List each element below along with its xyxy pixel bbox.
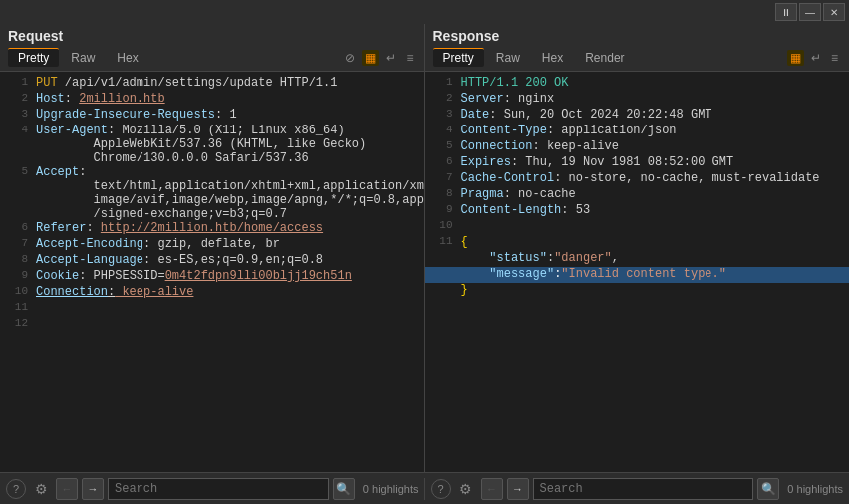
table-row: 6 Referer: http://2million.htb/home/acce… — [0, 221, 424, 237]
newline-icon[interactable]: ↵ — [383, 50, 399, 66]
search-input-right[interactable] — [533, 478, 754, 500]
top-toolbar: ⏸ — ✕ — [0, 0, 849, 24]
tab-response-raw[interactable]: Raw — [486, 49, 530, 67]
response-highlight-icon[interactable]: ▦ — [787, 50, 804, 66]
table-row: 11 { — [425, 235, 850, 251]
help-button-right[interactable]: ? — [431, 479, 451, 499]
request-tab-icons: ⊘ ▦ ↵ ≡ — [342, 50, 416, 66]
menu-icon[interactable]: ≡ — [403, 50, 416, 66]
table-row: 1 HTTP/1.1 200 OK — [425, 76, 850, 92]
highlights-count-right: 0 highlights — [787, 483, 843, 495]
highlight-icon[interactable]: ▦ — [362, 50, 379, 66]
table-row: 7 Cache-Control: no-store, no-cache, mus… — [425, 171, 850, 187]
table-row: 8 Pragma: no-cache — [425, 187, 850, 203]
response-newline-icon[interactable]: ↵ — [808, 50, 824, 66]
tab-response-pretty[interactable]: Pretty — [433, 48, 484, 67]
search-icon-left[interactable]: 🔍 — [333, 478, 355, 500]
tab-request-hex[interactable]: Hex — [107, 49, 147, 67]
table-row: 2 Server: nginx — [425, 92, 850, 108]
tab-request-pretty[interactable]: Pretty — [8, 48, 59, 67]
table-row: } — [425, 283, 850, 299]
back-button-right[interactable]: ← — [481, 478, 503, 500]
table-row: 5 Accept: text/html,application/xhtml+xm… — [0, 165, 424, 221]
request-tabs: Pretty Raw Hex ⊘ ▦ ↵ ≡ — [8, 48, 417, 67]
bottom-toolbar: ? ⚙ ← → 🔍 0 highlights ? ⚙ ← → 🔍 0 highl… — [0, 472, 849, 504]
response-menu-icon[interactable]: ≡ — [828, 50, 841, 66]
table-row: 3 Upgrade-Insecure-Requests: 1 — [0, 108, 424, 124]
highlights-count-left: 0 highlights — [363, 483, 419, 495]
table-row: "message":"Invalid content type." — [425, 267, 850, 283]
table-row: 9 Content-Length: 53 — [425, 203, 850, 219]
response-code-area[interactable]: 1 HTTP/1.1 200 OK 2 Server: nginx 3 Date… — [425, 72, 850, 472]
close-button[interactable]: ✕ — [823, 3, 845, 21]
request-title: Request — [8, 28, 417, 44]
table-row: 8 Accept-Language: es-ES,es;q=0.9,en;q=0… — [0, 253, 424, 269]
table-row: 12 — [0, 317, 424, 333]
no-intercept-icon[interactable]: ⊘ — [342, 50, 358, 66]
response-tabs: Pretty Raw Hex Render ▦ ↵ ≡ — [433, 48, 842, 67]
table-row: 3 Date: Sun, 20 Oct 2024 20:22:48 GMT — [425, 108, 850, 124]
minimize-button[interactable]: — — [799, 3, 821, 21]
forward-button-right[interactable]: → — [507, 478, 529, 500]
main-content: Request Pretty Raw Hex ⊘ ▦ ↵ ≡ 1 PUT /ap… — [0, 24, 849, 472]
table-row: 4 User-Agent: Mozilla/5.0 (X11; Linux x8… — [0, 124, 424, 165]
tab-request-raw[interactable]: Raw — [61, 49, 105, 67]
bottom-panel-left: ? ⚙ ← → 🔍 0 highlights — [0, 478, 425, 500]
settings-button-right[interactable]: ⚙ — [455, 478, 477, 500]
settings-button-left[interactable]: ⚙ — [30, 478, 52, 500]
bottom-panel-right: ? ⚙ ← → 🔍 0 highlights — [425, 478, 850, 500]
help-button-left[interactable]: ? — [6, 479, 26, 499]
response-panel: Response Pretty Raw Hex Render ▦ ↵ ≡ 1 H… — [425, 24, 850, 472]
tab-response-hex[interactable]: Hex — [532, 49, 573, 67]
request-panel: Request Pretty Raw Hex ⊘ ▦ ↵ ≡ 1 PUT /ap… — [0, 24, 425, 472]
search-icon-right[interactable]: 🔍 — [757, 478, 779, 500]
table-row: 6 Expires: Thu, 19 Nov 1981 08:52:00 GMT — [425, 155, 850, 171]
table-row: 11 — [0, 301, 424, 317]
request-code-area[interactable]: 1 PUT /api/v1/admin/settings/update HTTP… — [0, 72, 424, 472]
table-row: 10 Connection: keep-alive — [0, 285, 424, 301]
response-tab-icons: ▦ ↵ ≡ — [787, 50, 841, 66]
search-input-left[interactable] — [108, 478, 329, 500]
request-header: Request Pretty Raw Hex ⊘ ▦ ↵ ≡ — [0, 24, 424, 72]
response-header: Response Pretty Raw Hex Render ▦ ↵ ≡ — [425, 24, 850, 72]
table-row: "status":"danger", — [425, 251, 850, 267]
forward-button-left[interactable]: → — [82, 478, 104, 500]
table-row: 4 Content-Type: application/json — [425, 124, 850, 139]
table-row: 7 Accept-Encoding: gzip, deflate, br — [0, 237, 424, 253]
pause-button[interactable]: ⏸ — [775, 3, 797, 21]
table-row: 5 Connection: keep-alive — [425, 139, 850, 155]
table-row: 10 — [425, 219, 850, 235]
response-title: Response — [433, 28, 842, 44]
table-row: 1 PUT /api/v1/admin/settings/update HTTP… — [0, 76, 424, 92]
tab-response-render[interactable]: Render — [575, 49, 634, 67]
back-button-left[interactable]: ← — [56, 478, 78, 500]
table-row: 9 Cookie: PHPSESSID=0m4t2fdpn9lli00bljj1… — [0, 269, 424, 285]
table-row: 2 Host: 2million.htb — [0, 92, 424, 108]
